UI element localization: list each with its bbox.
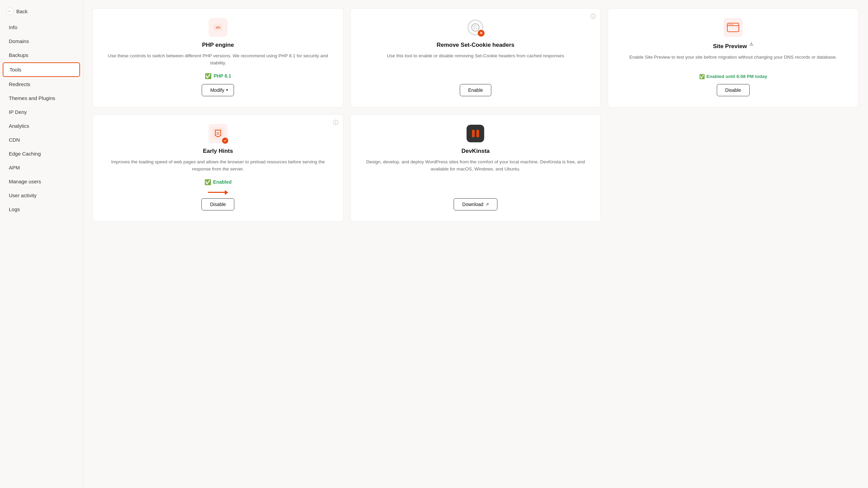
- arrow-line: [208, 192, 225, 193]
- php-engine-status: ✅ PHP 8.1: [205, 73, 231, 79]
- sidebar: ← Back Info Domains Backups Tools Redire…: [0, 0, 83, 488]
- cookie-x-icon: ✕: [478, 30, 485, 37]
- main-content: </> PHP engine Use these controls to swi…: [83, 0, 868, 488]
- php-modify-button[interactable]: Modify ▾: [202, 84, 234, 96]
- early-hints-icon: [209, 124, 228, 143]
- sidebar-item-user-activity[interactable]: User activity: [3, 189, 80, 202]
- sidebar-item-analytics[interactable]: Analytics: [3, 119, 80, 133]
- back-label: Back: [16, 8, 27, 14]
- site-preview-title: Site Preview ⚠: [713, 42, 753, 50]
- site-preview-icon: [724, 18, 743, 37]
- site-preview-disable-button[interactable]: Disable: [717, 84, 750, 96]
- remove-cookie-desc: Use this tool to enable or disable remov…: [387, 53, 564, 78]
- svg-point-5: [476, 28, 477, 29]
- external-link-icon: ↗: [486, 202, 489, 207]
- sidebar-item-redirects[interactable]: Redirects: [3, 78, 80, 91]
- php-engine-title: PHP engine: [202, 42, 234, 48]
- sidebar-item-logs[interactable]: Logs: [3, 203, 80, 216]
- info-icon[interactable]: ⓘ: [590, 13, 596, 20]
- site-preview-desc: Enable Site Preview to test your site be…: [629, 54, 837, 68]
- sidebar-item-cdn[interactable]: CDN: [3, 133, 80, 146]
- svg-point-10: [731, 24, 732, 25]
- early-hints-status: ✅ Enabled: [204, 179, 232, 185]
- remove-cookie-card: ⓘ ✕ Remove Set-Cookie headers: [350, 8, 601, 107]
- devkinsta-icon: [466, 124, 485, 143]
- back-arrow-icon: ←: [6, 7, 14, 15]
- arrow-indicator: [208, 190, 228, 195]
- sidebar-item-themes-plugins[interactable]: Themes and Plugins: [3, 92, 80, 105]
- svg-point-9: [729, 24, 730, 25]
- remove-cookie-title: Remove Set-Cookie headers: [437, 42, 515, 48]
- remove-cookie-icon: ✕: [466, 18, 485, 37]
- devkinsta-title: DevKinsta: [461, 148, 490, 155]
- remove-cookie-enable-button[interactable]: Enable: [460, 84, 492, 96]
- sidebar-item-ip-deny[interactable]: IP Deny: [3, 105, 80, 119]
- svg-point-6: [474, 28, 475, 29]
- site-preview-card: Site Preview ⚠ Enable Site Preview to te…: [608, 8, 859, 107]
- check-icon: ✅: [205, 73, 212, 79]
- early-hints-disable-button[interactable]: Disable: [201, 198, 234, 210]
- devkinsta-pause-icon: [472, 130, 479, 137]
- chevron-down-icon: ▾: [226, 88, 228, 92]
- php-engine-card: </> PHP engine Use these controls to swi…: [93, 8, 343, 107]
- sidebar-item-edge-caching[interactable]: Edge Caching: [3, 147, 80, 160]
- sidebar-item-backups[interactable]: Backups: [3, 48, 80, 62]
- early-hints-desc: Improves the loading speed of web pages …: [102, 159, 334, 173]
- early-hints-badge: [222, 138, 228, 144]
- sidebar-item-apm[interactable]: APM: [3, 161, 80, 174]
- sidebar-item-domains[interactable]: Domains: [3, 35, 80, 48]
- arrow-head: [225, 190, 228, 195]
- warning-icon: ⚠: [749, 42, 753, 47]
- tools-grid: </> PHP engine Use these controls to swi…: [93, 8, 859, 222]
- svg-point-2: [472, 24, 479, 31]
- php-engine-icon: </>: [209, 18, 228, 37]
- svg-rect-12: [212, 127, 224, 140]
- site-preview-enabled-status: ✅ Enabled until 6:08 PM today: [699, 74, 767, 79]
- early-hints-info-icon[interactable]: ⓘ: [333, 119, 338, 126]
- svg-point-4: [475, 25, 476, 26]
- check-circle-icon: ✅: [699, 74, 705, 79]
- sidebar-item-info[interactable]: Info: [3, 21, 80, 34]
- back-button[interactable]: ← Back: [0, 4, 83, 18]
- early-hints-title: Early Hints: [203, 148, 233, 155]
- devkinsta-card: DevKinsta Design, develop, and deploy Wo…: [350, 114, 601, 222]
- devkinsta-download-button[interactable]: Download ↗: [454, 198, 497, 210]
- svg-point-11: [732, 24, 733, 25]
- early-hints-check-icon: ✅: [204, 179, 211, 185]
- svg-text:</>: </>: [216, 26, 221, 29]
- php-engine-desc: Use these controls to switch between dif…: [102, 53, 334, 67]
- svg-point-3: [474, 26, 475, 27]
- early-hints-card: ⓘ Early Hints Improves the loading speed…: [93, 114, 343, 222]
- sidebar-item-tools[interactable]: Tools: [3, 62, 80, 77]
- sidebar-item-manage-users[interactable]: Manage users: [3, 175, 80, 188]
- devkinsta-desc: Design, develop, and deploy WordPress si…: [360, 159, 591, 192]
